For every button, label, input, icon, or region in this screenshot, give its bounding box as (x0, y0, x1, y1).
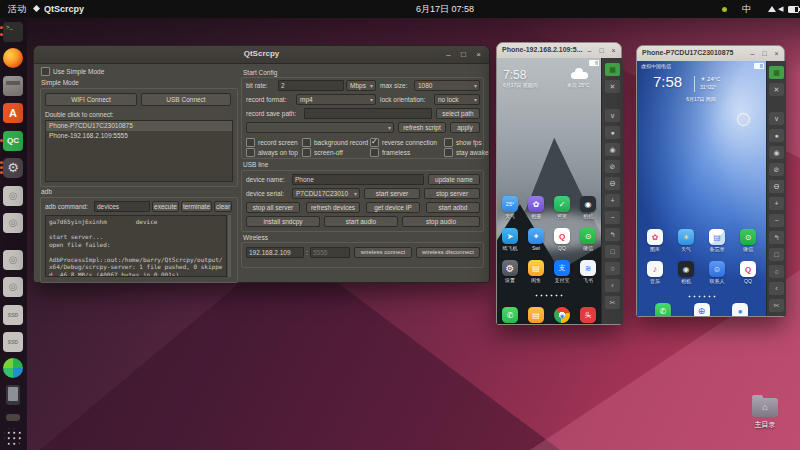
app-gallery[interactable]: ✿图库 (642, 229, 668, 252)
touch-button[interactable]: ● (605, 126, 620, 139)
home-button[interactable]: ○ (605, 262, 620, 275)
volume-icon[interactable]: ◀ (778, 4, 783, 14)
close-screen-button[interactable]: ⊘ (605, 160, 620, 173)
get-device-ip-button[interactable]: get device IP (366, 202, 420, 213)
device-list-item[interactable]: Phone-P7CDU17C23010875 (46, 121, 232, 131)
wireless-port-input[interactable] (310, 247, 350, 258)
qq-app-icon[interactable]: Q (554, 228, 570, 244)
dock-item-disc-drive[interactable]: ◎ (3, 277, 23, 297)
back-button[interactable]: ‹ (769, 282, 784, 295)
close-button[interactable]: × (608, 45, 619, 56)
music-app-icon[interactable]: ♪ (647, 261, 663, 277)
terminate-button[interactable]: terminate (181, 201, 212, 212)
record-save-path-input[interactable] (304, 108, 432, 119)
app-qq[interactable]: QQQ (549, 228, 575, 251)
touch-button[interactable]: ● (769, 129, 784, 142)
bit-rate-unit-select[interactable]: Mbps (346, 80, 376, 91)
app-notes[interactable]: ▤备忘录 (704, 229, 730, 252)
start-adbd-button[interactable]: start adbd (426, 202, 480, 213)
app-messages[interactable]: ●信息 (727, 303, 753, 316)
dock-item-ssd-drive[interactable]: SSD (3, 332, 23, 352)
dock-item-mobile-device[interactable] (6, 385, 20, 405)
start-server-button[interactable]: start server (364, 188, 420, 199)
xianyu-app-icon[interactable]: ▤ (528, 260, 544, 276)
gallery-app-icon[interactable]: ✿ (647, 229, 663, 245)
app-qq[interactable]: QQQ (735, 261, 761, 284)
volume-down-button[interactable]: − (769, 214, 784, 227)
app-file-manager[interactable]: ▤ (523, 307, 549, 324)
phone1-screen-mirror[interactable]: 5G 7:58 6月17日 星期四 多云 25°C 25°天气 ✿相册 ✓管家 … (497, 58, 601, 324)
menu-button[interactable]: ↰ (605, 228, 620, 241)
app-chrome[interactable]: ◉ (549, 307, 575, 324)
input-method-indicator[interactable]: 中 (742, 4, 751, 14)
show-applications-button[interactable] (4, 428, 21, 445)
app-guard[interactable]: ✓管家 (549, 196, 575, 219)
clear-button[interactable]: clear (214, 201, 232, 212)
open-screen-button[interactable]: ◉ (769, 146, 784, 159)
always-on-top-checkbox[interactable]: always on top (246, 148, 298, 157)
qq-app-icon[interactable]: Q (740, 261, 756, 277)
dock-item-firefox[interactable] (3, 48, 23, 68)
apply-button[interactable]: apply (450, 122, 480, 133)
minimize-button[interactable]: – (584, 45, 595, 56)
weather-app-icon[interactable]: ☀ (678, 229, 694, 245)
start-audio-button[interactable]: start audio (324, 216, 398, 227)
dock-item-files[interactable] (3, 76, 23, 96)
volume-up-button[interactable]: + (769, 197, 784, 210)
back-button[interactable]: ‹ (605, 279, 620, 292)
file-manager-app-icon[interactable]: ▤ (528, 307, 544, 323)
dock-item-device[interactable] (6, 414, 20, 421)
bit-rate-input[interactable] (278, 80, 344, 91)
assistive-ball[interactable] (737, 113, 750, 126)
wireless-ip-input[interactable] (246, 247, 304, 258)
app-phone[interactable]: ✆ (497, 307, 523, 324)
maximize-button[interactable]: □ (596, 45, 607, 56)
dock-item-settings[interactable]: ⚙ (3, 158, 23, 178)
full-screen-button[interactable]: ✕ (769, 83, 784, 96)
device-list-item[interactable]: Phone-192.168.2.109:5555 (46, 131, 232, 141)
app-wechat[interactable]: ⊙微信 (575, 228, 601, 251)
app-music[interactable]: ♪音乐 (642, 261, 668, 284)
usb-connect-button[interactable]: USB Connect (141, 93, 231, 106)
lock-orientation-select[interactable]: no lock (434, 94, 480, 105)
camera-app-icon[interactable]: ◉ (580, 196, 596, 212)
install-sndcpy-button[interactable]: install sndcpy (246, 216, 320, 227)
app-browser[interactable]: ⊕浏览器 (689, 303, 715, 316)
max-size-select[interactable]: 1080 (414, 80, 480, 91)
bird-app-icon[interactable]: ✦ (528, 228, 544, 244)
phone2-screen-mirror[interactable]: 虚拟中国电信 7:58 ☀ 24°C 31°/22° 6月17日 周四 ✿图库 … (637, 61, 766, 316)
focused-app-menu[interactable]: QtScrcpy (44, 4, 84, 14)
record-screen-checkbox[interactable]: record screen (246, 138, 298, 147)
select-path-button[interactable]: select path (436, 108, 480, 119)
close-screen-button[interactable]: ⊘ (769, 163, 784, 176)
activities-button[interactable]: 活动 (8, 4, 26, 14)
app-feishu[interactable]: ≋飞书 (575, 260, 601, 283)
record-format-select[interactable]: mp4 (296, 94, 376, 105)
app-xianyu[interactable]: ▤闲鱼 (523, 260, 549, 283)
stop-server-button[interactable]: stop server (424, 188, 480, 199)
volume-down-button[interactable]: − (605, 211, 620, 224)
screenshot-button[interactable]: ✂ (605, 296, 620, 309)
menu-button[interactable]: ↰ (769, 231, 784, 244)
app-settings[interactable]: ⚙设置 (497, 260, 523, 283)
execute-button[interactable]: execute (152, 201, 179, 212)
use-simple-mode-checkbox[interactable]: Use Simple Mode (41, 67, 104, 76)
refresh-script-button[interactable]: refresh script (398, 122, 446, 133)
window-titlebar[interactable]: QtScrcpy – □ × (34, 46, 489, 64)
wifi-connect-button[interactable]: WIFI Connect (45, 93, 137, 106)
screen-off-checkbox[interactable]: screen-off (302, 148, 343, 157)
expand-notification-button[interactable]: ∨ (605, 109, 620, 122)
dock-item-qtscrcpy[interactable] (3, 358, 23, 378)
notes-app-icon[interactable]: ▤ (709, 229, 725, 245)
toutiao-app-icon[interactable]: 头 (580, 307, 596, 323)
close-button[interactable]: × (472, 49, 485, 60)
phone-app-icon[interactable]: ✆ (502, 307, 518, 323)
minimize-button[interactable]: – (442, 49, 455, 60)
app-weather[interactable]: ☀天气 (673, 229, 699, 252)
dock-item-qtcreator[interactable]: QC (3, 131, 23, 151)
app-telegram[interactable]: ➤纸飞机 (497, 228, 523, 251)
app-wechat[interactable]: ⊙微信 (735, 229, 761, 252)
contacts-app-icon[interactable]: ☺ (709, 261, 725, 277)
chrome-app-icon[interactable]: ◉ (554, 307, 570, 323)
app-camera[interactable]: ◉相机 (673, 261, 699, 284)
